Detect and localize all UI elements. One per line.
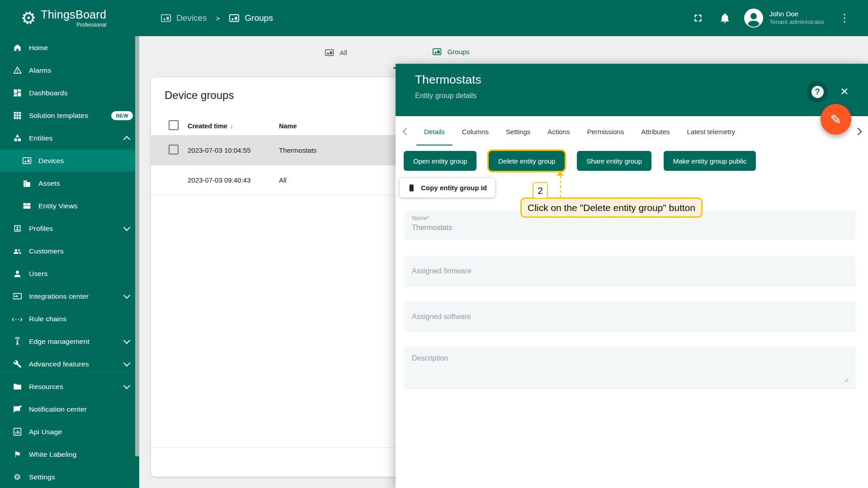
- panel-tabs: Details Columns Settings Actions Permiss…: [396, 116, 868, 147]
- open-entity-group-button[interactable]: Open entity group: [404, 151, 476, 171]
- sidebar-item-dashboards[interactable]: Dashboards: [0, 81, 139, 104]
- brand-suffix: Professional: [76, 22, 106, 28]
- sidebar-item-solution-templates[interactable]: Solution templates NEW: [0, 104, 139, 127]
- close-button[interactable]: ×: [838, 84, 851, 99]
- solution-templates-icon: [11, 111, 23, 120]
- breadcrumb-label: Groups: [245, 13, 273, 23]
- breadcrumb-label: Devices: [176, 13, 207, 23]
- sidebar-item-entity-views[interactable]: Entity Views: [0, 194, 139, 217]
- page-title: Device groups: [165, 89, 234, 102]
- description-textarea[interactable]: [412, 354, 848, 382]
- tutorial-tooltip: Click on the "Delete entity group" butto…: [520, 197, 703, 218]
- sidebar-item-notification-center[interactable]: Notification center: [0, 398, 139, 420]
- tab-details[interactable]: Details: [424, 116, 445, 147]
- api-usage-icon: [11, 427, 23, 436]
- chevron-down-icon: [123, 359, 131, 366]
- sidebar-item-advanced-features[interactable]: Advanced features: [0, 352, 139, 375]
- entity-group-form: Name*: [405, 211, 855, 389]
- tutorial-connector-line: [560, 176, 561, 197]
- panel-subtitle: Entity group details: [415, 92, 868, 100]
- assigned-firmware-field[interactable]: [405, 256, 855, 286]
- entity-group-details-panel: Thermostats Entity group details ? × ✎ D…: [396, 64, 868, 488]
- edit-fab-button[interactable]: ✎: [821, 104, 851, 135]
- select-all-checkbox[interactable]: [169, 120, 179, 130]
- sidebar-item-profiles[interactable]: Profiles: [0, 217, 139, 239]
- assigned-software-field[interactable]: [405, 302, 855, 332]
- tab-actions[interactable]: Actions: [547, 116, 570, 147]
- sidebar-item-api-usage[interactable]: Api Usage: [0, 420, 139, 443]
- chevron-down-icon: [123, 337, 131, 344]
- more-vert-icon: ⋮: [839, 12, 850, 24]
- tab-attributes[interactable]: Attributes: [641, 116, 670, 147]
- sidebar-item-rule-chains[interactable]: ‹··› Rule chains: [0, 307, 139, 330]
- row-checkbox[interactable]: [169, 145, 179, 155]
- description-field[interactable]: [405, 346, 855, 389]
- assigned-software-input[interactable]: [412, 313, 848, 321]
- user-name: John Doe: [769, 10, 825, 19]
- home-icon: [11, 43, 23, 52]
- column-created-time[interactable]: Created time↓: [188, 122, 279, 130]
- sidebar-item-integrations-center[interactable]: Integrations center: [0, 285, 139, 307]
- share-entity-group-button[interactable]: Share entity group: [577, 151, 651, 171]
- sidebar-item-alarms[interactable]: Alarms: [0, 59, 139, 81]
- copy-entity-group-id-button[interactable]: Copy entity group Id: [400, 178, 495, 197]
- sidebar-item-devices[interactable]: Devices: [0, 149, 139, 172]
- profiles-icon: [11, 224, 23, 233]
- rule-chains-icon: ‹··›: [11, 315, 23, 323]
- devices-icon: [432, 47, 442, 56]
- tab-settings[interactable]: Settings: [506, 116, 530, 147]
- sidebar-item-resources[interactable]: Resources: [0, 375, 139, 398]
- fullscreen-icon: [692, 12, 704, 24]
- sidebar-item-home[interactable]: Home: [0, 36, 139, 59]
- make-entity-group-public-button[interactable]: Make entity group public: [664, 151, 756, 171]
- sidebar-item-customers[interactable]: Customers: [0, 239, 139, 262]
- users-icon: [11, 269, 23, 278]
- sidebar-item-white-labeling[interactable]: ⚑ White Labeling: [0, 443, 139, 465]
- sidebar-item-settings[interactable]: ⚙ Settings: [0, 465, 139, 488]
- devices-icon: [21, 156, 33, 165]
- help-button[interactable]: ?: [807, 81, 828, 103]
- entity-views-icon: [21, 201, 33, 211]
- avatar[interactable]: [744, 9, 763, 28]
- help-icon: ?: [811, 86, 824, 98]
- tab-columns[interactable]: Columns: [462, 116, 489, 147]
- tab-permissions[interactable]: Permissions: [587, 116, 624, 147]
- sidebar-item-entities[interactable]: Entities: [0, 127, 139, 149]
- tabs-scroll-left-icon[interactable]: [403, 128, 410, 136]
- clipboard-icon: [408, 184, 416, 192]
- resources-icon: [11, 382, 23, 391]
- entities-icon: [11, 133, 23, 143]
- user-info[interactable]: John Doe Tenant administrator: [769, 10, 825, 26]
- name-input[interactable]: [412, 224, 848, 232]
- integrations-icon: [11, 291, 23, 301]
- fullscreen-button[interactable]: [692, 12, 704, 24]
- panel-header: Thermostats Entity group details ? ×: [396, 64, 868, 116]
- pencil-icon: ✎: [830, 112, 841, 127]
- sidebar-scrollbar[interactable]: [135, 36, 139, 456]
- more-menu-button[interactable]: ⋮: [836, 11, 853, 25]
- tutorial-step-badge: 2: [533, 182, 548, 199]
- cell-created-time: 2023-07-03 09:40:43: [188, 176, 279, 184]
- close-icon: ×: [840, 84, 849, 99]
- devices-icon: [229, 13, 240, 23]
- sidebar-item-users[interactable]: Users: [0, 262, 139, 285]
- breadcrumb-devices[interactable]: Devices: [160, 13, 207, 23]
- thingsboard-logo[interactable]: ⚙ ThingsBoard Professional: [0, 0, 139, 36]
- sidebar-item-assets[interactable]: Assets: [0, 172, 139, 194]
- tutorial-arrow-icon: [557, 171, 564, 176]
- thingsboard-logo-icon: ⚙: [19, 8, 38, 28]
- assigned-firmware-input[interactable]: [412, 267, 848, 275]
- breadcrumb-groups[interactable]: Groups: [229, 13, 273, 23]
- tab-all[interactable]: All: [295, 36, 377, 69]
- devices-icon: [160, 13, 171, 23]
- topbar: Devices > Groups John Doe Tenant adminis…: [139, 0, 868, 36]
- tabs-scroll-right-icon[interactable]: [854, 128, 862, 136]
- assets-icon: [21, 178, 33, 188]
- entity-group-actions: Open entity group Delete entity group Sh…: [404, 151, 756, 171]
- delete-entity-group-button[interactable]: Delete entity group: [489, 151, 565, 171]
- notifications-button[interactable]: [719, 13, 731, 24]
- chevron-down-icon: [123, 382, 131, 389]
- dashboards-icon: [11, 88, 23, 98]
- sidebar-item-edge-management[interactable]: Edge management: [0, 330, 139, 352]
- tab-latest-telemetry[interactable]: Latest telemetry: [687, 116, 736, 147]
